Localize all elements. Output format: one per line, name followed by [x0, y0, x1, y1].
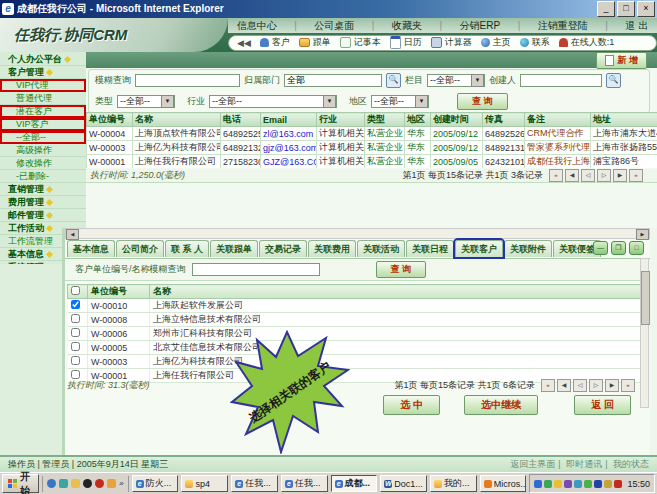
toolbar-notepad[interactable]: 记事本 — [340, 36, 381, 49]
tab-related-customers[interactable]: 关联客户 — [455, 240, 503, 257]
col-code[interactable]: 单位编号 — [87, 113, 133, 127]
select-button[interactable]: 选 中 — [383, 395, 440, 415]
sidebar-item-modify-ops[interactable]: 修改操作 — [0, 157, 86, 170]
sidebar-item-customer-mgmt[interactable]: 客户管理 — [0, 66, 86, 79]
next-page-button[interactable]: ▶ — [613, 169, 627, 182]
col-note[interactable]: 备注 — [525, 113, 591, 127]
task-mydocs[interactable]: 我的... — [430, 475, 477, 492]
dept-input[interactable] — [284, 74, 382, 87]
select-continue-button[interactable]: 选中继续 — [464, 395, 538, 415]
tab-transactions[interactable]: 交易记录 — [259, 240, 307, 257]
toolbar-home[interactable]: 主页 — [481, 36, 511, 49]
creator-input[interactable] — [520, 74, 602, 87]
close-button[interactable]: × — [637, 1, 655, 17]
maximize-button[interactable]: □ — [617, 1, 635, 17]
tray-icon[interactable] — [564, 480, 572, 488]
taskbar-clock[interactable]: 15:50 — [627, 479, 650, 489]
image-app-icon[interactable] — [71, 479, 80, 488]
tab-contacts[interactable]: 联 系 人 — [165, 240, 209, 257]
toolbar-contact[interactable]: 联系 — [520, 36, 550, 49]
status-link-mystate[interactable]: 我的状态 — [613, 459, 649, 469]
quicklaunch-more-icon[interactable]: » — [119, 479, 123, 488]
prev-button[interactable]: ◁ — [581, 169, 595, 182]
list-item[interactable]: W-00006 郑州市汇科科技有限公司 — [68, 327, 645, 341]
task-sp4-folder[interactable]: sp4 — [181, 475, 228, 492]
horizontal-scrollbar[interactable]: ◀ ▶ — [65, 228, 650, 239]
menu-relogin[interactable]: 注销重登陆 — [538, 19, 588, 33]
row-checkbox[interactable] — [71, 328, 80, 337]
fuzzy-search-input[interactable] — [135, 74, 240, 87]
next-button[interactable]: ▷ — [589, 379, 603, 392]
tray-icon[interactable] — [614, 480, 622, 488]
tray-icon[interactable] — [584, 480, 592, 488]
table-row[interactable]: W-00003上海亿为科技有限公司64892132gjz@163.com计算机相… — [87, 141, 657, 155]
list-item[interactable]: W-00005 北京艾佳信息技术有限公司 — [68, 341, 645, 355]
list-item[interactable]: W-00003 上海亿为科技有限公司 — [68, 355, 645, 369]
sidebar-item-deleted[interactable]: -已删除- — [0, 170, 86, 183]
col-phone[interactable]: 电话 — [221, 113, 261, 127]
task-firewall[interactable]: e防火... — [132, 475, 179, 492]
sidebar-item-mail-mgmt[interactable]: 邮件管理 — [0, 209, 86, 222]
sidebar-item-potential-customer[interactable]: 潜在客户 — [0, 105, 86, 118]
dept-lookup-icon[interactable]: 🔍 — [386, 73, 401, 88]
scroll-right-icon[interactable]: ▶ — [636, 229, 649, 240]
first-page-button[interactable]: « — [549, 169, 563, 182]
col-type[interactable]: 类型 — [365, 113, 405, 127]
tray-icon[interactable] — [544, 480, 552, 488]
table-row[interactable]: W-00004上海顶点软件有限公司64892525zl@163.com计算机相关… — [87, 127, 657, 141]
menu-company-desktop[interactable]: 公司桌面 — [314, 19, 354, 33]
sidebar-item-all[interactable]: --全部-- — [0, 131, 86, 144]
col-region[interactable]: 地区 — [405, 113, 431, 127]
last-page-button[interactable]: » — [629, 169, 643, 182]
email-link[interactable]: gjz@163.com — [263, 143, 317, 153]
scrollbar-thumb[interactable] — [641, 271, 650, 325]
list-item[interactable]: W-00008 上海立特信息技术有限公司 — [68, 313, 645, 327]
minimize-button[interactable]: _ — [597, 1, 615, 17]
sidebar-item-advanced-ops[interactable]: 高级操作 — [0, 144, 86, 157]
row-checkbox[interactable] — [71, 356, 80, 365]
next-page-button[interactable]: ▶ — [605, 379, 619, 392]
status-link-im[interactable]: 即时通讯 — [566, 459, 602, 469]
prev-page-button[interactable]: ◀ — [557, 379, 571, 392]
list-item[interactable]: W-00010 上海跃起软件发展公司 — [68, 299, 645, 313]
industry-select[interactable]: --全部--▼ — [209, 95, 337, 108]
row-checkbox[interactable] — [71, 300, 80, 309]
menu-info-center[interactable]: 信息中心 — [237, 19, 277, 33]
menu-favorites[interactable]: 收藏夹 — [392, 19, 422, 33]
tray-icon[interactable] — [574, 480, 582, 488]
select-all-checkbox[interactable] — [71, 286, 80, 295]
task-renwoxing-2[interactable]: e任我... — [281, 475, 328, 492]
col-code[interactable]: 单位编号 — [88, 285, 150, 299]
col-fax[interactable]: 传真 — [483, 113, 525, 127]
tray-icon[interactable] — [594, 480, 602, 488]
task-chengdu-active[interactable]: e成都... — [331, 475, 378, 492]
sidebar-item-vip-agent[interactable]: VIP代理 — [0, 79, 86, 92]
sidebar-item-direct-sales[interactable]: 直销管理 — [0, 183, 86, 196]
toolbar-order[interactable]: 跟单 — [299, 36, 331, 49]
prev-button[interactable]: ◁ — [573, 379, 587, 392]
query-button[interactable]: 查 询 — [457, 93, 508, 110]
table-row[interactable]: W-00001上海任我行有限公司27158230GJZ@163.COM计算机相关… — [87, 155, 657, 169]
prev-page-button[interactable]: ◀ — [565, 169, 579, 182]
tab-related-schedule[interactable]: 关联日程 — [406, 240, 454, 257]
back-button[interactable]: 返 回 — [574, 395, 631, 415]
col-created[interactable]: 创建时间 — [431, 113, 483, 127]
assoc-search-input[interactable] — [192, 263, 320, 276]
email-link[interactable]: zl@163.com — [263, 129, 313, 139]
qq-icon[interactable] — [83, 479, 92, 488]
task-renwoxing-1[interactable]: e任我... — [231, 475, 278, 492]
panel-maximize-icon[interactable]: □ — [629, 241, 644, 255]
pencil-icon[interactable] — [107, 479, 116, 488]
creator-lookup-icon[interactable]: 🔍 — [606, 73, 621, 88]
tab-basic-info[interactable]: 基本信息 — [67, 240, 115, 257]
email-link[interactable]: GJZ@163.COM — [263, 157, 317, 167]
tab-company-profile[interactable]: 公司简介 — [116, 240, 164, 257]
back-icon[interactable]: ◀◀ — [237, 38, 251, 48]
sidebar-item-personal-office[interactable]: 个人办公平台 — [0, 53, 86, 66]
next-button[interactable]: ▷ — [597, 169, 611, 182]
column-select[interactable]: --全部--▼ — [427, 74, 485, 87]
tab-related-expenses[interactable]: 关联费用 — [308, 240, 356, 257]
sidebar-item-expense-mgmt[interactable]: 费用管理 — [0, 196, 86, 209]
menu-exit[interactable]: 退 出 — [625, 19, 648, 33]
task-microsoft[interactable]: Micros... — [480, 475, 527, 492]
